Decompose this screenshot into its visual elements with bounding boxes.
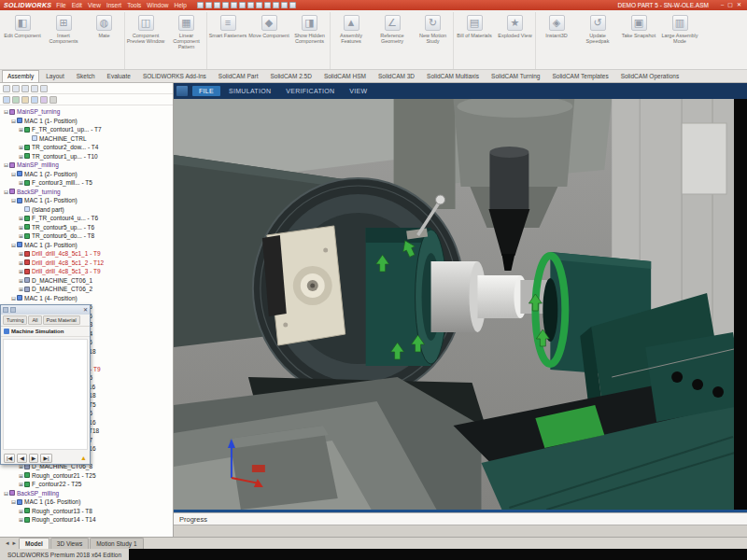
command-tab[interactable]: SolidCAM Operations <box>615 70 685 82</box>
quick-icon[interactable] <box>239 2 246 8</box>
tree-expander-icon[interactable]: ⊟ <box>10 197 17 203</box>
tree-item[interactable]: ⊞ F_TR_contour4_u... - T6 <box>0 214 173 223</box>
tree-item[interactable]: ⊞ TR_contour1_up... - T10 <box>0 152 173 161</box>
quick-icon[interactable] <box>231 2 237 8</box>
tree-toolbar-icon[interactable] <box>3 85 10 92</box>
tree-expander-icon[interactable]: ⊞ <box>18 153 24 160</box>
tree-toolbar-icon[interactable] <box>12 85 20 92</box>
tab-scroll-icon[interactable]: ◂ <box>4 538 11 549</box>
tree-expander-icon[interactable]: ⊞ <box>18 224 24 231</box>
ribbon-button[interactable]: ▣ Take Snapshot <box>618 12 659 69</box>
tree-item[interactable]: ⊟ MainSP_milling <box>0 161 173 170</box>
sim-panel-tab[interactable]: Post Material <box>43 315 80 325</box>
tree-expander-icon[interactable]: ⊟ <box>3 490 9 497</box>
tree-item[interactable]: ⊟ MAC 1 (1- Position) <box>0 117 173 126</box>
tree-toolbar-icon[interactable] <box>49 96 57 104</box>
menu-item[interactable]: View <box>88 0 101 10</box>
quick-icon[interactable] <box>205 2 212 8</box>
sim-panel-tab[interactable]: Turning <box>3 315 27 325</box>
tree-item[interactable]: ⊞ Rough_contour14 - T14 <box>0 515 173 525</box>
tree-item[interactable]: ⊞ F_contour3_mill... - T5 <box>0 178 173 188</box>
command-tab[interactable]: Evaluate <box>102 70 136 82</box>
tree-expander-icon[interactable]: ⊞ <box>18 277 24 284</box>
ribbon-button[interactable]: ◆ Move Component <box>248 12 289 69</box>
tree-expander-icon[interactable]: ⊞ <box>18 126 24 133</box>
tree-item[interactable]: (Island part) <box>0 205 173 215</box>
ribbon-button[interactable]: ◍ Mate <box>84 12 125 69</box>
tree-item[interactable]: ⊞ Rough_contour21 - T25 <box>0 471 173 481</box>
ribbon-button[interactable]: ⊞ Insert Components <box>43 12 84 69</box>
quick-icon[interactable] <box>256 2 262 8</box>
tree-expander-icon[interactable]: ⊞ <box>18 516 24 523</box>
tree-expander-icon[interactable]: ⊞ <box>18 232 24 239</box>
tree-item[interactable]: ⊞ Drill_drill_4c8_5c1_1 - T9 <box>0 249 173 259</box>
command-tab[interactable]: SolidCAM Turning <box>486 70 545 82</box>
quick-icon[interactable] <box>264 2 271 8</box>
tree-expander-icon[interactable]: ⊟ <box>3 161 9 168</box>
sim-panel-header[interactable]: ✕ <box>1 305 90 315</box>
window-control-icon[interactable]: ▢ <box>727 0 733 10</box>
tree-expander-icon[interactable]: ⊞ <box>18 179 24 186</box>
tree-expander-icon[interactable]: ⊟ <box>10 171 17 177</box>
simulation-menu-tab[interactable]: FILE <box>192 86 220 96</box>
tree-item[interactable]: ⊟ MAC 1 (1- Position) <box>0 196 173 205</box>
tree-item[interactable]: ⊟ MAC 1 (4- Position) <box>0 294 173 303</box>
ribbon-button[interactable]: ◫ Component Preview Window <box>125 12 166 69</box>
simulation-menu-tab[interactable]: VERIFICATION <box>279 86 341 96</box>
menu-item[interactable]: Help <box>174 0 186 10</box>
menu-item[interactable]: Edit <box>72 0 82 10</box>
tree-item[interactable]: ⊟ MAC 1 (2- Position) <box>0 170 173 179</box>
tree-item[interactable]: ⊞ Drill_drill_4c8_5c1_3 - T9 <box>0 267 173 276</box>
ribbon-button[interactable]: ▲ Assembly Features <box>331 12 372 69</box>
tree-expander-icon[interactable]: ⊞ <box>18 250 24 257</box>
view-tab[interactable]: 3D Views <box>50 538 89 549</box>
ribbon-button[interactable]: ≡ Smart Fasteners <box>207 12 248 69</box>
quick-icon[interactable] <box>214 2 220 8</box>
playback-button[interactable]: ◀ <box>17 454 27 463</box>
command-tab[interactable]: Sketch <box>71 70 101 82</box>
tree-expander-icon[interactable]: ⊞ <box>18 259 24 266</box>
tree-toolbar-icon[interactable] <box>40 96 48 104</box>
tree-item[interactable]: ⊟ BackSP_turning <box>0 188 173 197</box>
tree-expander-icon[interactable]: ⊞ <box>18 481 24 487</box>
tree-expander-icon[interactable]: ⊟ <box>10 295 17 301</box>
ribbon-button[interactable]: ◨ Show Hidden Components <box>289 12 331 69</box>
ribbon-button[interactable]: ▥ Large Assembly Mode <box>659 12 700 69</box>
tree-item[interactable]: ⊟ MAC 1 (16- Position) <box>0 497 173 507</box>
viewport-3d[interactable] <box>174 99 747 510</box>
quick-icon[interactable] <box>222 2 229 8</box>
sim-panel-dock-icon[interactable] <box>10 307 16 313</box>
tree-expander-icon[interactable]: ⊟ <box>10 118 17 124</box>
ribbon-button[interactable]: ★ Exploded View <box>495 12 536 69</box>
quick-icon[interactable] <box>273 2 279 8</box>
tree-expander-icon[interactable]: ⊟ <box>3 189 9 195</box>
view-tab[interactable]: Model <box>19 538 49 549</box>
menu-item[interactable]: Insert <box>106 0 121 10</box>
tree-expander-icon[interactable]: ⊞ <box>18 472 24 479</box>
tree-expander-icon[interactable]: ⊟ <box>3 108 9 115</box>
tree-toolbar-icon[interactable] <box>40 85 48 92</box>
playback-button[interactable]: ▶| <box>40 454 51 463</box>
window-control-icon[interactable]: ✕ <box>737 0 741 10</box>
sim-panel-menu-icon[interactable] <box>3 307 8 313</box>
quick-icon[interactable] <box>289 2 296 8</box>
command-tab[interactable]: SolidCAM Templates <box>546 70 613 82</box>
tree-item[interactable]: ⊞ F_TR_contour1_up... - T7 <box>0 125 173 134</box>
quick-icon[interactable] <box>247 2 254 8</box>
tree-expander-icon[interactable]: ⊟ <box>10 242 17 248</box>
tree-item[interactable]: ⊟ MAC 1 (3- Position) <box>0 241 173 250</box>
tree-item[interactable]: ⊞ D_MACHINE_CT06_1 <box>0 276 173 286</box>
horizontal-scrollbar[interactable] <box>174 525 747 537</box>
tab-scroll-icon[interactable]: ▸ <box>11 538 19 549</box>
tree-toolbar-icon[interactable] <box>31 96 38 104</box>
tree-toolbar-icon[interactable] <box>21 85 29 92</box>
tree-item[interactable]: ⊞ TR_contour2_dow... - T4 <box>0 143 173 152</box>
tree-item[interactable]: ⊞ D_MACHINE_CT06_2 <box>0 285 173 294</box>
tree-expander-icon[interactable]: ⊞ <box>18 268 24 274</box>
tree-toolbar-icon[interactable] <box>31 85 38 92</box>
tree-item[interactable]: ⊟ MainSP_turning <box>0 107 173 117</box>
tree-item[interactable]: ⊞ F_contour22 - T25 <box>0 480 173 489</box>
quick-icon[interactable] <box>197 2 204 8</box>
simulation-menu-tab[interactable]: VIEW <box>343 86 374 96</box>
ribbon-button[interactable]: ◧ Edit Component <box>2 12 43 69</box>
